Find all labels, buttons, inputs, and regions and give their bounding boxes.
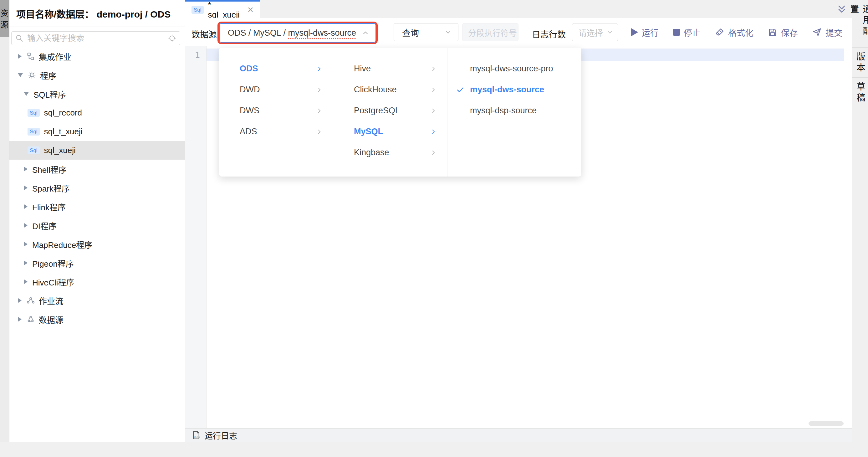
chevron-right-icon (18, 54, 22, 59)
sql-file-icon: Sql (28, 147, 40, 154)
chevron-right-icon (24, 185, 28, 190)
gear-icon (28, 71, 36, 80)
cascader-item-label: Hive (354, 64, 371, 73)
run-log-bar[interactable]: LOG 运行日志 (185, 428, 852, 441)
chevron-down-icon (24, 92, 29, 96)
stop-button[interactable]: 停止 (673, 26, 701, 38)
tree-item-label: 程序 (40, 69, 56, 81)
tree-item-di-programs[interactable]: DI程序 (9, 216, 185, 235)
tree-item-sql-t-xueji[interactable]: Sql sql_t_xueji (9, 122, 185, 141)
chevron-right-icon (316, 108, 322, 114)
cascader-item-hive[interactable]: Hive (333, 58, 447, 79)
tree-item-label: Spark程序 (32, 182, 70, 194)
tab-versions[interactable]: 版本 (852, 48, 868, 78)
cascader-item-ads[interactable]: ADS (219, 121, 333, 142)
paper-plane-icon (812, 28, 822, 37)
tree-item-label: 数据源 (39, 314, 63, 325)
editor-toolbar: 数据源 ODS / MySQL / mysql-dws-source 查询 分段… (185, 18, 852, 46)
format-brush-icon (715, 28, 724, 37)
tree-item-mapreduce-programs[interactable]: MapReduce程序 (9, 235, 185, 253)
right-rail: 通用配置 版本 草稿 (852, 0, 868, 441)
log-lines-select[interactable]: 请选择 (572, 23, 618, 41)
datasource-select[interactable]: ODS / MySQL / mysql-dws-source (219, 23, 376, 42)
chevron-right-icon (24, 261, 28, 266)
cascader-item-mysql-dws-source[interactable]: mysql-dws-source (447, 79, 581, 100)
tree-item-programs[interactable]: 程序 (9, 66, 185, 85)
chevron-right-icon (430, 129, 436, 135)
cascader-item-kingbase[interactable]: Kingbase (333, 142, 447, 163)
log-lines-label: 日志行数 (532, 28, 566, 40)
datasource-select-highlight: ODS / MySQL / mysql-dws-source (217, 22, 378, 44)
cascader-item-mysql[interactable]: MySQL (333, 121, 447, 142)
cascader-item-label: ODS (240, 64, 258, 73)
cascader-item-label: mysql-dsp-source (470, 106, 537, 116)
tree-item-integration-jobs[interactable]: 集成作业 (9, 47, 185, 66)
tree-item-label: SQL程序 (33, 88, 66, 100)
app-window: 资源 项目名称/数据层： demo-proj / ODS 集成作业 (0, 0, 868, 457)
tree-item-label: HiveCli程序 (32, 276, 74, 288)
tab-general-config[interactable]: 通用配置 (852, 0, 868, 48)
tree-item-label: Pigeon程序 (32, 257, 74, 269)
window-footer (0, 441, 868, 457)
chevron-right-icon (430, 87, 436, 93)
locate-icon[interactable] (168, 34, 176, 42)
tab-label: 通用配置 (848, 0, 868, 47)
cascader-item-label: mysql-dws-source-pro (470, 64, 553, 73)
tab-drafts[interactable]: 草稿 (852, 78, 868, 107)
tree-item-sql-xueji[interactable]: Sql sql_xueji (9, 141, 185, 160)
cascader-item-dws[interactable]: DWS (219, 100, 333, 121)
cascader-item-dwd[interactable]: DWD (219, 79, 333, 100)
query-mode-select[interactable]: 查询 (394, 23, 458, 41)
search-input[interactable] (27, 33, 168, 43)
chevron-right-icon (18, 298, 22, 303)
chevron-right-icon (430, 108, 436, 114)
tree-item-sql-programs[interactable]: SQL程序 (9, 85, 185, 103)
submit-label: 提交 (826, 26, 842, 38)
cascader-item-ods[interactable]: ODS (219, 58, 333, 79)
svg-text:LOG: LOG (194, 435, 200, 438)
search-box[interactable] (11, 31, 180, 45)
tree-item-hivecli-programs[interactable]: HiveCli程序 (9, 272, 185, 291)
save-button[interactable]: 保存 (768, 26, 798, 38)
tree-item-spark-programs[interactable]: Spark程序 (9, 178, 185, 197)
check-icon (456, 86, 470, 94)
cascader-item-mysql-dsp-source[interactable]: mysql-dsp-source (447, 100, 581, 121)
tree-item-pigeon-programs[interactable]: Pigeon程序 (9, 253, 185, 272)
left-rail-tab-resources[interactable]: 资源 (0, 0, 9, 37)
close-icon[interactable]: ✕ (247, 5, 254, 14)
format-button[interactable]: 格式化 (715, 26, 753, 38)
format-label: 格式化 (728, 26, 753, 38)
tree-item-shell-programs[interactable]: Shell程序 (9, 160, 185, 178)
chevron-down-icon (444, 29, 452, 36)
cascader-item-clickhouse[interactable]: ClickHouse (333, 79, 447, 100)
chevron-down-icon (607, 29, 613, 36)
tree-item-sql-record[interactable]: Sql sql_record (9, 103, 185, 122)
double-chevron-down-icon[interactable] (836, 3, 847, 15)
query-mode-value: 查询 (402, 26, 419, 38)
sql-file-icon: Sql (28, 128, 40, 135)
integration-icon (26, 52, 35, 61)
tree-item-label: Flink程序 (32, 201, 66, 213)
log-file-icon: LOG (191, 430, 201, 440)
tree-item-datasources[interactable]: 数据源 (9, 310, 185, 329)
run-button[interactable]: 运行 (631, 26, 659, 38)
chevron-right-icon (316, 66, 322, 72)
tab-strip: Sql * sql_xueji ✕ (185, 0, 852, 18)
cascader-item-mysql-dws-source-pro[interactable]: mysql-dws-source-pro (447, 58, 581, 79)
horizontal-scrollbar[interactable] (809, 421, 844, 426)
tree-item-label: 集成作业 (39, 51, 71, 62)
cascader-item-postgresql[interactable]: PostgreSQL (333, 100, 447, 121)
play-icon (631, 28, 638, 36)
stop-icon (673, 29, 680, 36)
save-label: 保存 (781, 26, 798, 38)
search-icon (16, 34, 24, 42)
tree-item-flink-programs[interactable]: Flink程序 (9, 197, 185, 216)
cascader-item-label: Kingbase (354, 148, 389, 157)
tab-sql-xueji[interactable]: Sql * sql_xueji ✕ (185, 0, 260, 18)
stop-label: 停止 (684, 26, 701, 38)
workflow-icon (26, 296, 35, 305)
cascader-item-label: DWD (240, 85, 260, 94)
save-icon (768, 28, 777, 37)
submit-button[interactable]: 提交 (812, 26, 842, 38)
tree-item-workflows[interactable]: 作业流 (9, 291, 185, 310)
